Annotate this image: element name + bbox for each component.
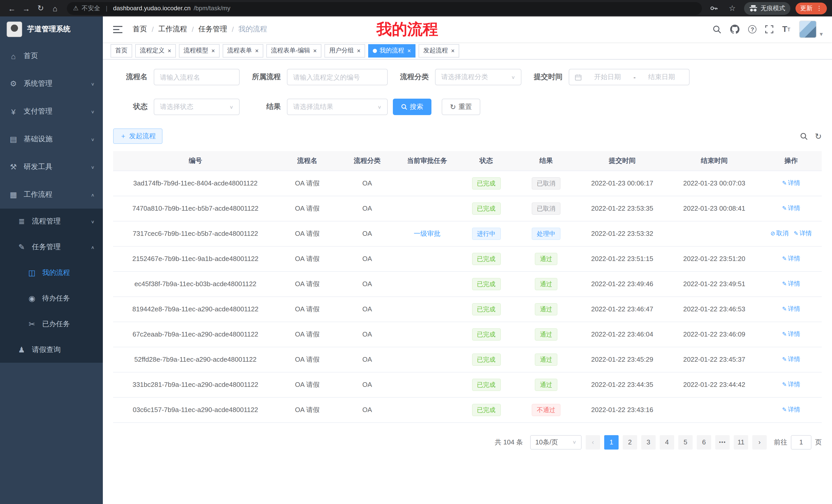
detail-link[interactable]: ✎详情 (782, 204, 800, 212)
browser-menu-dots-icon[interactable]: ⋮ (816, 5, 822, 12)
url-host[interactable]: dashboard.yudao.iocoder.cn (113, 5, 191, 12)
key-icon[interactable] (707, 2, 721, 15)
cancel-icon: ⊘ (771, 230, 775, 236)
status-select[interactable]: 请选择状态 ∨ (154, 99, 240, 115)
close-icon[interactable]: × (451, 47, 454, 54)
sidebar-item-home[interactable]: ⌂首页 (0, 42, 103, 70)
tab-process-form[interactable]: 流程表单× (223, 44, 263, 57)
sidebar-item-process-mgmt[interactable]: ≣流程管理∨ (0, 208, 103, 234)
tab-process-model[interactable]: 流程模型× (179, 44, 219, 57)
url-path[interactable]: /bpm/task/my (193, 5, 230, 12)
result-select[interactable]: 请选择流结果 ∨ (287, 99, 388, 115)
detail-link[interactable]: ✎详情 (782, 179, 800, 187)
pager-page-5[interactable]: 5 (678, 435, 693, 449)
update-button[interactable]: 更新 ⋮ (796, 2, 827, 14)
end-date-placeholder[interactable]: 结束日期 (640, 73, 683, 82)
sidebar-item-workflow[interactable]: ▦工作流程∧ (0, 181, 103, 208)
detail-link[interactable]: ✎详情 (782, 381, 800, 388)
close-icon[interactable]: × (357, 47, 361, 54)
cell-category: OA (337, 297, 397, 321)
sidebar-item-todo-tasks[interactable]: ◉待办任务 (0, 286, 103, 311)
detail-link[interactable]: ✎详情 (782, 356, 800, 363)
detail-link[interactable]: ✎详情 (782, 255, 800, 262)
page-size-select[interactable]: 10条/页 ∨ (530, 435, 581, 449)
breadcrumb-item[interactable]: 任务管理 (199, 25, 227, 34)
pager-page-11[interactable]: 11 (734, 435, 748, 449)
owner-process-input[interactable] (293, 73, 382, 81)
prev-page-button[interactable]: ‹ (586, 435, 600, 449)
pager-page-4[interactable]: 4 (660, 435, 674, 449)
user-menu[interactable]: ▼ (799, 21, 824, 38)
pager-page-6[interactable]: 6 (697, 435, 711, 449)
tab-user-group[interactable]: 用户分组× (324, 44, 365, 57)
close-icon[interactable]: × (255, 47, 259, 54)
start-process-button[interactable]: ＋ 发起流程 (113, 129, 162, 144)
home-icon[interactable]: ⌂ (48, 2, 62, 15)
cell-task (397, 321, 457, 347)
fullscreen-icon[interactable] (765, 25, 773, 33)
sidebar-item-system[interactable]: ⚙系统管理∨ (0, 70, 103, 97)
sidebar-item-done-tasks[interactable]: ✂已办任务 (0, 311, 103, 337)
close-icon[interactable]: × (211, 47, 215, 54)
pager-page-3[interactable]: 3 (641, 435, 656, 449)
github-icon[interactable] (730, 25, 739, 34)
date-range-picker[interactable]: 开始日期 - 结束日期 (569, 69, 690, 85)
close-icon[interactable]: × (167, 47, 171, 54)
task-mgmt-icon: ✎ (17, 243, 27, 252)
warning-icon[interactable]: ⚠ (73, 5, 79, 12)
cell-id: 52ffd28e-7b9a-11ec-a290-acde48001122 (113, 347, 278, 372)
incognito-badge[interactable]: 无痕模式 (744, 2, 790, 15)
detail-link[interactable]: ✎详情 (782, 280, 800, 287)
toggle-search-icon[interactable] (800, 132, 808, 140)
tab-start-process[interactable]: 发起流程× (419, 44, 459, 57)
tab-process-form-edit[interactable]: 流程表单-编辑× (266, 44, 321, 57)
detail-link[interactable]: ✎详情 (782, 305, 800, 312)
pager-page-2[interactable]: 2 (623, 435, 637, 449)
help-icon[interactable]: ? (748, 25, 756, 33)
close-icon[interactable]: × (407, 47, 411, 54)
breadcrumb-item[interactable]: 工作流程 (158, 25, 187, 34)
font-size-icon[interactable]: TT (782, 25, 790, 34)
cancel-link[interactable]: ⊘取消 (771, 230, 788, 237)
sidebar-item-devtools[interactable]: ⚒研发工具∨ (0, 153, 103, 181)
pager-page-1[interactable]: 1 (604, 435, 619, 449)
detail-link[interactable]: ✎详情 (794, 230, 812, 237)
start-date-placeholder[interactable]: 开始日期 (586, 73, 629, 82)
refresh-table-icon[interactable]: ↻ (815, 131, 822, 141)
goto-page-input[interactable] (791, 435, 811, 449)
cell-actions: ✎详情 (760, 271, 822, 297)
detail-link[interactable]: ✎详情 (782, 406, 800, 413)
detail-link[interactable]: ✎详情 (782, 330, 800, 338)
sidebar-item-payment[interactable]: ¥支付管理∨ (0, 97, 103, 125)
sidebar-item-my-process[interactable]: ◫我的流程 (0, 260, 103, 286)
address-bar[interactable]: ⚠ 不安全 | dashboard.yudao.iocoder.cn /bpm/… (67, 2, 702, 15)
reload-icon[interactable]: ↻ (34, 2, 47, 15)
security-label[interactable]: 不安全 (82, 4, 100, 12)
bookmark-star-icon[interactable]: ☆ (726, 2, 739, 15)
submit-time-label: 提交时间 (534, 73, 569, 82)
column-header: 结果 (516, 151, 576, 171)
sidebar-item-leave-query[interactable]: ♟请假查询 (0, 337, 103, 363)
avatar[interactable] (799, 21, 816, 38)
app-logo[interactable]: 芋道管理系统 (0, 17, 103, 42)
cell-end-time (668, 221, 760, 246)
next-page-button[interactable]: › (752, 435, 767, 449)
reset-button[interactable]: ↻ 重置 (442, 99, 480, 115)
sidebar-item-task-mgmt[interactable]: ✎任务管理∧ (0, 234, 103, 260)
current-task-link[interactable]: 一级审批 (414, 229, 440, 237)
close-icon[interactable]: × (313, 47, 317, 54)
category-select[interactable]: 请选择流程分类 ∨ (435, 69, 521, 85)
search-icon[interactable] (713, 25, 722, 34)
search-button[interactable]: 搜索 (393, 99, 432, 115)
hamburger-icon[interactable] (111, 25, 125, 33)
process-name-input[interactable] (160, 73, 233, 81)
tab-process-definition[interactable]: 流程定义× (135, 44, 176, 57)
tab-my-process[interactable]: 我的流程× (368, 44, 415, 57)
forward-icon[interactable]: → (20, 2, 33, 15)
back-icon[interactable]: ← (5, 2, 19, 15)
tab-home[interactable]: 首页 (110, 44, 132, 57)
breadcrumb-item[interactable]: 首页 (133, 25, 147, 34)
cell-status: 进行中 (457, 221, 516, 246)
sidebar-item-infra[interactable]: ▤基础设施∨ (0, 125, 103, 153)
pager-ellipsis[interactable]: ••• (715, 435, 730, 449)
